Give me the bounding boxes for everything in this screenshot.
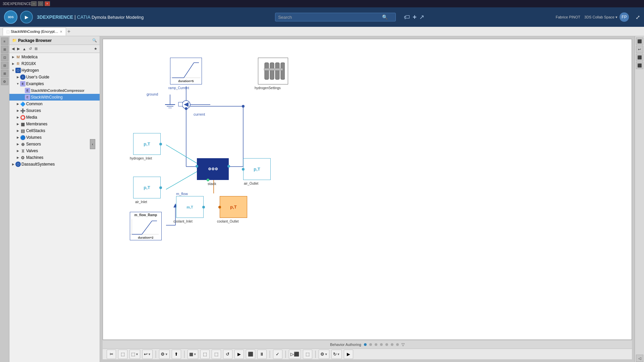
sim-button[interactable]: ▷⬛: [289, 350, 301, 359]
sidebar-icon-6[interactable]: ⚙: [1, 78, 8, 85]
expand-cellstacks[interactable]: ▶: [15, 129, 20, 132]
dot-1[interactable]: [364, 343, 367, 346]
maximize-button[interactable]: □: [38, 1, 43, 6]
tree-item-hydrogen[interactable]: ▼ ⬡ Hydrogen: [9, 67, 100, 74]
expand-r2018x[interactable]: ▶: [11, 62, 15, 65]
pb-forward[interactable]: ▶: [16, 46, 21, 51]
minimize-button[interactable]: ─: [31, 1, 37, 6]
paste-button[interactable]: ⬚▼: [129, 350, 140, 359]
expand-membranes[interactable]: ▶: [15, 122, 20, 126]
tree-item-r2018x[interactable]: ▶ R R2018X: [9, 60, 100, 67]
coolant-outlet-block[interactable]: p,T: [220, 196, 247, 218]
pb-star[interactable]: ★: [93, 46, 98, 51]
dot-7[interactable]: [396, 343, 399, 346]
expand-machines[interactable]: ▶: [15, 156, 20, 159]
stop-button[interactable]: ⬛: [246, 350, 255, 359]
air-outlet-block[interactable]: p,T: [243, 158, 271, 180]
select-button[interactable]: ⬚: [200, 350, 210, 359]
sidebar-icon-2[interactable]: ⊞: [1, 46, 8, 53]
diagram-canvas[interactable]: duration=5 ramp_Current hydrogenSettings…: [103, 39, 632, 340]
expand-sources[interactable]: ▶: [15, 109, 20, 112]
search-bar[interactable]: 🔍: [275, 13, 396, 21]
tree-item-usersguide[interactable]: ▶ i User's Guide: [9, 74, 100, 80]
dot-3[interactable]: [375, 343, 377, 346]
expand-volumes[interactable]: ▶: [15, 136, 20, 139]
rs-icon-4[interactable]: ⬛: [636, 62, 643, 69]
tree-item-sources[interactable]: ▶ ➕ Sources: [9, 107, 100, 114]
coolant-inlet-block[interactable]: m,T: [176, 196, 204, 218]
tree-item-sensors[interactable]: ▶ ⊕ Sensors: [9, 141, 100, 147]
copy-button[interactable]: ⬚: [118, 350, 127, 359]
ramp-current-block[interactable]: duration=5: [170, 58, 202, 84]
undo-button[interactable]: ↩▼: [142, 350, 153, 359]
dot-2[interactable]: [369, 343, 372, 346]
tool2-button[interactable]: ⚙▼: [319, 350, 329, 359]
behavior-arrow[interactable]: ▽: [401, 342, 405, 347]
m-flow-ramp-block[interactable]: m_flow_Ramp duration=2: [130, 212, 162, 240]
tab-close[interactable]: ✕: [60, 30, 62, 34]
close-button[interactable]: ✕: [45, 1, 50, 6]
expand-valves[interactable]: ▶: [15, 149, 20, 153]
play-button[interactable]: ▶: [20, 11, 33, 23]
expand-icon[interactable]: ⤢: [636, 14, 640, 20]
pb-search-icon[interactable]: 🔍: [92, 38, 97, 43]
dot-5[interactable]: [385, 343, 388, 346]
air-inlet-block[interactable]: p,T: [133, 177, 161, 198]
tree-item-machines[interactable]: ▶ ⚙ Machines: [9, 154, 100, 161]
diagram-button[interactable]: ▦▼: [187, 350, 198, 359]
pb-expand[interactable]: ⊞: [34, 46, 39, 51]
pb-refresh[interactable]: ↺: [28, 46, 33, 51]
connect-button[interactable]: ⬚: [212, 350, 221, 359]
sim2-button[interactable]: ⬚: [303, 350, 312, 359]
tree-item-common[interactable]: ▶ 🔷 Common: [9, 101, 100, 107]
tool-button-1[interactable]: ⚙▼: [159, 350, 170, 359]
pause-button[interactable]: ⏸: [257, 350, 267, 359]
tree-item-swc[interactable]: E StackWithCooling: [9, 94, 100, 101]
collapse-panel-button[interactable]: ‹: [90, 139, 95, 149]
expand-usersguide[interactable]: ▶: [15, 75, 20, 79]
expand-examples[interactable]: ▼: [15, 82, 20, 85]
hydrogen-settings-block[interactable]: [258, 58, 288, 84]
dot-4[interactable]: [380, 343, 383, 346]
expand-common[interactable]: ▶: [15, 102, 20, 106]
add-icon[interactable]: +: [413, 13, 417, 21]
expand-modelica[interactable]: ▶: [11, 55, 15, 59]
main-tab[interactable]: ⬚ StackWithCooling (Encrypt… ✕: [3, 27, 66, 36]
sidebar-icon-1[interactable]: ≡: [1, 38, 8, 45]
tree-item-valves[interactable]: ▶ ⧖ Valves: [9, 147, 100, 154]
tree-item-swcc[interactable]: E StackWithControlledCompressor: [9, 87, 100, 94]
sidebar-icon-3[interactable]: ⊡: [1, 54, 8, 61]
tree-item-cellstacks[interactable]: ▶ ▤ CellStacks: [9, 127, 100, 134]
rs-icon-bottom[interactable]: ◁: [636, 355, 643, 362]
upload-button[interactable]: ⬆: [172, 350, 181, 359]
rs-icon-1[interactable]: ⬛: [636, 38, 643, 45]
rs-icon-3[interactable]: ⬛: [636, 54, 643, 61]
tree-item-volumes[interactable]: ▶ 🔵 Volumes: [9, 134, 100, 141]
expand-hydrogen[interactable]: ▼: [11, 69, 15, 72]
sidebar-icon-5[interactable]: ⊞: [1, 70, 8, 77]
tree-item-modelica[interactable]: ▶ M Modelica: [9, 54, 100, 60]
tree-item-media[interactable]: ▶ ⭕ Media: [9, 114, 100, 121]
pb-back[interactable]: ◀: [11, 46, 15, 51]
tree-item-membranes[interactable]: ▶ ▦ Membranes: [9, 121, 100, 127]
rs-icon-2[interactable]: ↩: [636, 46, 643, 53]
share-icon[interactable]: ↗: [419, 13, 424, 21]
tree-item-ds[interactable]: ▶ ⬡ DassaultSystemes: [9, 161, 100, 168]
collab-space[interactable]: 3DS Collab Space ▾: [584, 15, 618, 19]
search-input[interactable]: [278, 15, 382, 20]
cut-button[interactable]: ✂: [107, 350, 116, 359]
search-icon[interactable]: 🔍: [382, 14, 388, 20]
tag-icon[interactable]: 🏷: [404, 14, 410, 21]
expand-media[interactable]: ▶: [15, 116, 20, 119]
hydrogen-inlet-block[interactable]: p,T: [133, 133, 161, 155]
refresh-button[interactable]: ↻▼: [331, 350, 342, 359]
stack-block[interactable]: ⚙⚙⚙: [197, 158, 229, 180]
tree-item-examples[interactable]: ▼ E Examples: [9, 80, 100, 87]
check-button[interactable]: ✓: [273, 350, 282, 359]
new-tab-button[interactable]: +: [67, 28, 70, 35]
expand-sensors[interactable]: ▶: [15, 142, 20, 146]
expand-ds[interactable]: ▶: [11, 163, 15, 166]
forward-button[interactable]: ▶: [344, 350, 353, 359]
user-avatar[interactable]: FP: [620, 12, 629, 22]
rotate-button[interactable]: ↺: [223, 350, 232, 359]
